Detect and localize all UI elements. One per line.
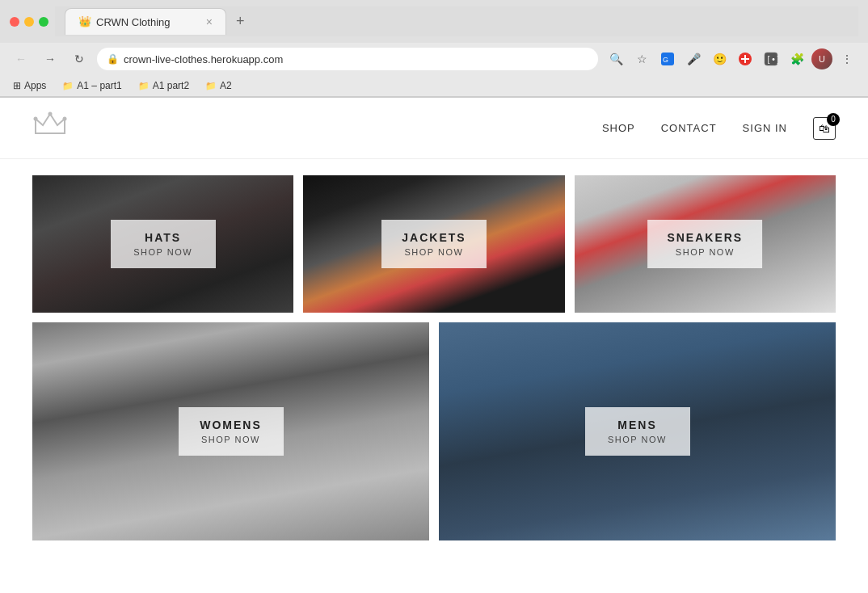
mens-overlay: MENS SHOP NOW bbox=[585, 407, 690, 456]
product-card-mens[interactable]: MENS SHOP NOW bbox=[439, 322, 836, 540]
cart-count-badge: 0 bbox=[827, 113, 840, 126]
folder-icon-1: 📁 bbox=[62, 81, 74, 91]
sneakers-name: SNEAKERS bbox=[667, 231, 743, 244]
womens-name: WOMENS bbox=[198, 418, 264, 431]
site-nav: SHOP CONTACT SIGN IN 🛍 0 bbox=[602, 117, 836, 140]
product-row-bottom: WOMENS SHOP NOW MENS SHOP NOW bbox=[32, 322, 836, 540]
emoji-icon[interactable]: 🙂 bbox=[708, 48, 731, 70]
shop-nav-link[interactable]: SHOP bbox=[602, 122, 635, 134]
svg-text:G: G bbox=[663, 56, 668, 64]
bookmark-label-3: A2 bbox=[220, 80, 232, 91]
sneakers-overlay: SNEAKERS SHOP NOW bbox=[647, 220, 762, 268]
website-content: SHOP CONTACT SIGN IN 🛍 0 HATS SHOP NOW bbox=[0, 98, 868, 593]
svg-point-9 bbox=[63, 117, 67, 121]
jackets-shop-now: SHOP NOW bbox=[401, 247, 467, 257]
product-card-jackets[interactable]: JACKETS SHOP NOW bbox=[303, 175, 564, 313]
bookmark-a2[interactable]: 📁 A2 bbox=[202, 78, 235, 93]
forward-button[interactable]: → bbox=[39, 48, 61, 70]
contact-nav-link[interactable]: CONTACT bbox=[661, 122, 717, 134]
svg-point-7 bbox=[34, 117, 38, 121]
bookmark-label-1: A1 – part1 bbox=[77, 80, 121, 91]
womens-overlay: WOMENS SHOP NOW bbox=[179, 407, 284, 456]
search-icon[interactable]: 🔍 bbox=[605, 48, 627, 70]
bookmark-a1-part2[interactable]: 📁 A1 part2 bbox=[135, 78, 192, 93]
maximize-button[interactable] bbox=[39, 17, 48, 27]
mens-shop-now: SHOP NOW bbox=[605, 435, 671, 444]
hats-overlay: HATS SHOP NOW bbox=[111, 220, 216, 268]
apps-bookmark[interactable]: ⊞ Apps bbox=[10, 78, 49, 93]
add-icon[interactable] bbox=[734, 48, 756, 70]
traffic-lights bbox=[10, 17, 48, 27]
tab-title: CRWN Clothing bbox=[96, 16, 171, 28]
tab-bar: 👑 CRWN Clothing × + bbox=[55, 6, 858, 36]
jackets-name: JACKETS bbox=[401, 231, 467, 244]
jackets-overlay: JACKETS SHOP NOW bbox=[381, 220, 487, 268]
mic-icon[interactable]: 🎤 bbox=[682, 48, 705, 70]
record-icon[interactable]: [•] bbox=[760, 48, 782, 70]
hats-shop-now: SHOP NOW bbox=[130, 247, 196, 257]
bookmarks-bar: ⊞ Apps 📁 A1 – part1 📁 A1 part2 📁 A2 bbox=[0, 75, 868, 97]
extensions-icon[interactable]: 🧩 bbox=[786, 48, 808, 70]
svg-point-8 bbox=[48, 112, 53, 116]
close-button[interactable] bbox=[10, 17, 19, 27]
sign-in-nav-link[interactable]: SIGN IN bbox=[743, 122, 787, 134]
address-bar: ← → ↻ 🔒 crown-live-clothes.herokuapp.com… bbox=[0, 43, 868, 75]
user-avatar[interactable]: U bbox=[811, 48, 832, 69]
active-tab[interactable]: 👑 CRWN Clothing × bbox=[65, 8, 226, 35]
title-bar: 👑 CRWN Clothing × + bbox=[0, 0, 868, 43]
hats-name: HATS bbox=[130, 231, 196, 244]
browser-chrome: 👑 CRWN Clothing × + ← → ↻ 🔒 crown-live-c… bbox=[0, 0, 868, 98]
site-logo[interactable] bbox=[32, 111, 68, 145]
product-grid: HATS SHOP NOW JACKETS SHOP NOW SNEAKERS … bbox=[0, 159, 868, 557]
tab-favicon: 👑 bbox=[78, 15, 91, 28]
crown-logo-icon bbox=[32, 111, 68, 145]
site-header: SHOP CONTACT SIGN IN 🛍 0 bbox=[0, 98, 868, 159]
apps-label: Apps bbox=[24, 80, 46, 91]
product-card-sneakers[interactable]: SNEAKERS SHOP NOW bbox=[575, 175, 836, 313]
translate-icon[interactable]: G bbox=[656, 48, 679, 70]
more-menu-button[interactable]: ⋮ bbox=[836, 48, 858, 70]
lock-icon: 🔒 bbox=[107, 53, 119, 65]
product-card-womens[interactable]: WOMENS SHOP NOW bbox=[32, 322, 429, 540]
cart-button[interactable]: 🛍 0 bbox=[813, 117, 836, 140]
bookmark-label-2: A1 part2 bbox=[153, 80, 189, 91]
tab-close-button[interactable]: × bbox=[206, 15, 213, 28]
back-button[interactable]: ← bbox=[10, 48, 32, 70]
reload-button[interactable]: ↻ bbox=[68, 48, 91, 70]
apps-grid-icon: ⊞ bbox=[13, 80, 21, 91]
folder-icon-3: 📁 bbox=[205, 81, 217, 91]
product-card-hats[interactable]: HATS SHOP NOW bbox=[32, 175, 293, 313]
product-row-top: HATS SHOP NOW JACKETS SHOP NOW SNEAKERS … bbox=[32, 175, 836, 313]
mens-name: MENS bbox=[605, 418, 671, 431]
toolbar-icons: 🔍 ☆ G 🎤 🙂 [•] 🧩 U ⋮ bbox=[605, 48, 858, 70]
new-tab-button[interactable]: + bbox=[226, 6, 255, 36]
svg-text:[•]: [•] bbox=[766, 55, 778, 64]
bookmark-a1-part1[interactable]: 📁 A1 – part1 bbox=[59, 78, 124, 93]
bookmark-star-icon[interactable]: ☆ bbox=[630, 48, 653, 70]
sneakers-shop-now: SHOP NOW bbox=[667, 247, 743, 257]
folder-icon-2: 📁 bbox=[138, 81, 150, 91]
womens-shop-now: SHOP NOW bbox=[198, 435, 264, 444]
url-text: crown-live-clothes.herokuapp.com bbox=[124, 53, 283, 65]
minimize-button[interactable] bbox=[24, 17, 34, 27]
address-input[interactable]: 🔒 crown-live-clothes.herokuapp.com bbox=[97, 48, 598, 70]
